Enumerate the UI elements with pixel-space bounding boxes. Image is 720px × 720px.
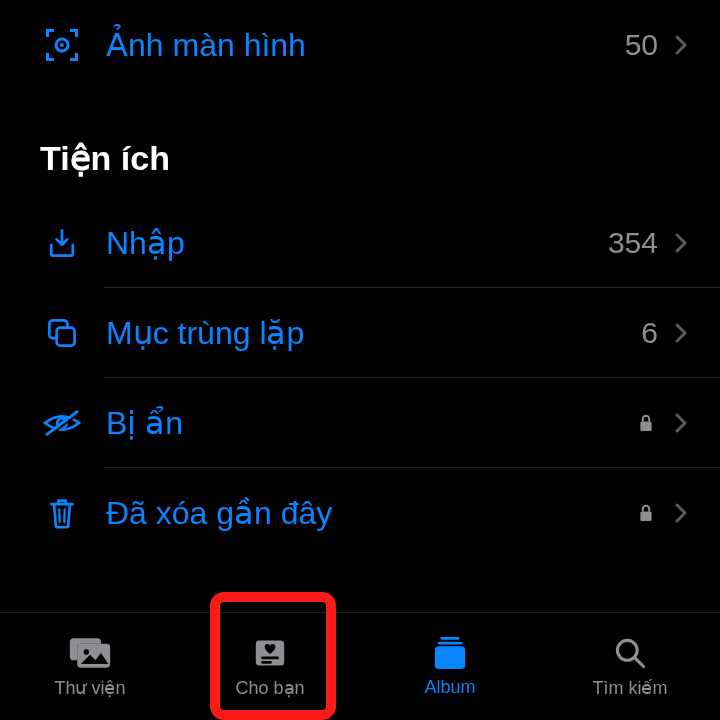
row-count: 6 [641,316,658,350]
search-icon [608,635,652,671]
svg-rect-15 [640,421,651,431]
row-screenshots[interactable]: Ảnh màn hình 50 [0,0,720,90]
chevron-right-icon [672,408,690,438]
svg-rect-11 [57,328,75,346]
svg-rect-1 [46,29,49,37]
chevron-right-icon [672,498,690,528]
svg-rect-18 [640,511,651,521]
row-count: 50 [625,28,658,62]
tab-search[interactable]: Tìm kiếm [540,613,720,720]
svg-rect-7 [75,53,78,61]
chevron-right-icon [672,318,690,348]
row-label: Nhập [106,224,608,262]
row-label: Đã xóa gần đây [106,494,634,532]
svg-line-30 [635,658,643,666]
svg-rect-26 [441,637,460,640]
lock-icon [634,501,658,525]
row-hidden[interactable]: Bị ẩn [0,378,720,468]
trash-icon [40,491,84,535]
screenshot-icon [40,23,84,67]
svg-rect-25 [261,661,272,664]
svg-point-9 [60,43,64,47]
tab-label: Album [424,677,475,698]
tab-albums[interactable]: Album [360,613,540,720]
svg-rect-28 [435,646,465,669]
content-scroll[interactable]: Ảnh màn hình 50 Tiện ích Nhập 354 [0,0,720,612]
row-label: Ảnh màn hình [106,26,625,64]
hidden-eye-icon [40,401,84,445]
row-label: Mục trùng lặp [106,314,641,352]
lock-icon [634,411,658,435]
library-icon [68,635,112,671]
duplicates-icon [40,311,84,355]
chevron-right-icon [672,30,690,60]
tab-label: Thư viện [54,677,125,699]
import-icon [40,221,84,265]
tab-library[interactable]: Thư viện [0,613,180,720]
svg-rect-27 [438,642,463,645]
row-label: Bị ẩn [106,404,634,442]
row-recently-deleted[interactable]: Đã xóa gần đây [0,468,720,558]
svg-rect-21 [77,643,110,667]
tab-label: Tìm kiếm [593,677,668,699]
tab-label: Cho bạn [235,677,304,699]
svg-point-22 [84,649,90,655]
row-duplicates[interactable]: Mục trùng lặp 6 [0,288,720,378]
utilities-section-title: Tiện ích [0,90,720,198]
row-imports[interactable]: Nhập 354 [0,198,720,288]
photos-albums-screen: Ảnh màn hình 50 Tiện ích Nhập 354 [0,0,720,720]
tab-for-you[interactable]: Cho bạn [180,613,360,720]
svg-rect-5 [46,53,49,61]
svg-rect-24 [261,656,279,659]
svg-point-29 [617,640,637,660]
tab-bar: Thư viện Cho bạn Album [0,612,720,720]
row-count: 354 [608,226,658,260]
for-you-icon [248,635,292,671]
albums-icon [428,635,472,671]
chevron-right-icon [672,228,690,258]
svg-rect-3 [75,29,78,37]
